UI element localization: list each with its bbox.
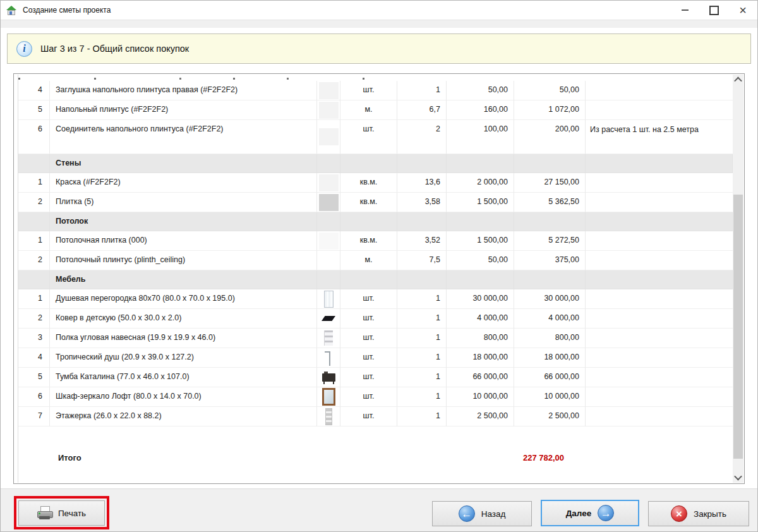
shower-icon [324, 350, 333, 366]
mirror-cabinet-icon [322, 388, 335, 406]
swatch-faint-icon [319, 233, 339, 250]
price-cell: 50,00 [447, 251, 514, 270]
unit-cell: м. [340, 251, 397, 270]
close-button[interactable]: × Закрыть [648, 501, 749, 526]
qty-cell: 1 [397, 348, 447, 368]
close-window-button[interactable]: × [728, 1, 757, 20]
total-row: Итого 227 782,00 [18, 447, 733, 468]
table-row[interactable]: 1Душевая перегородка 80х70 (80.0 x 70.0 … [18, 289, 733, 309]
unit-cell: шт. [340, 81, 397, 100]
sum-cell: 200,00 [514, 120, 586, 154]
printer-icon [37, 506, 52, 520]
item-name-cell: Тропический душ (20.9 x 39.0 x 127.2) [50, 348, 317, 368]
note-cell [586, 387, 733, 407]
price-cell: 1 500,00 [447, 231, 514, 251]
table-row[interactable]: 2Ковер в детскую (50.0 x 30.0 x 2.0)шт.1… [18, 309, 733, 329]
table-row[interactable]: 3Полка угловая навесная (19.9 x 19.9 x 4… [18, 329, 733, 348]
next-button-label: Далее [566, 509, 592, 518]
price-cell: 100,00 [447, 120, 514, 154]
thumb-cell [317, 368, 340, 387]
next-button[interactable]: Далее → [541, 500, 639, 526]
table-row[interactable]: 5Напольный плинтус (#F2F2F2)м.6,7160,001… [18, 100, 733, 120]
table-row[interactable]: 1Краска (#F2F2F2)кв.м.13,62 000,0027 150… [18, 173, 733, 193]
row-number-cell: 5 [18, 368, 50, 387]
price-cell [447, 212, 514, 231]
item-name-cell: Этажерка (26.0 x 22.0 x 88.2) [50, 407, 317, 426]
note-cell [586, 329, 733, 348]
note-cell [586, 309, 733, 329]
print-button[interactable]: Печать [18, 500, 105, 526]
thumb-cell [317, 81, 340, 100]
table-row[interactable]: 1Потолочная плитка (000)кв.м.3,521 500,0… [18, 231, 733, 251]
qty-cell: 1 [397, 368, 447, 387]
qty-cell: 2 [397, 120, 447, 154]
row-number-cell: 3 [18, 329, 50, 348]
price-cell: 50,00 [447, 81, 514, 100]
row-number-cell [18, 212, 50, 231]
note-cell [586, 368, 733, 387]
swatch-light-icon [319, 128, 339, 145]
row-number-cell: 4 [18, 81, 50, 100]
minimize-button[interactable] [670, 1, 699, 20]
section-header-row[interactable]: Стены [18, 154, 733, 173]
table-row[interactable]: 6Шкаф-зеркало Лофт (80.0 x 14.0 x 70.0)ш… [18, 387, 733, 407]
item-name-cell: Потолочный плинтус (plinth_ceiling) [50, 251, 317, 270]
sum-cell: 30 000,00 [514, 289, 586, 309]
chevron-down-icon [734, 473, 742, 481]
close-icon: × [739, 4, 747, 16]
note-cell [586, 348, 733, 368]
shopping-list-table: 4Заглушка напольного плинтуса правая (#F… [13, 73, 745, 484]
note-cell [586, 81, 733, 100]
table-row[interactable]: 7Этажерка (26.0 x 22.0 x 88.2)шт.12 500,… [18, 407, 733, 426]
qty-cell: 1 [397, 81, 447, 100]
section-header-row[interactable]: Потолок [18, 212, 733, 231]
price-cell: 160,00 [447, 100, 514, 120]
next-arrow-icon: → [598, 505, 614, 521]
table-row[interactable]: 4Заглушка напольного плинтуса правая (#F… [18, 81, 733, 100]
close-button-label: Закрыть [694, 509, 726, 519]
unit-cell: шт. [340, 368, 397, 387]
vertical-scrollbar[interactable] [733, 75, 743, 483]
unit-cell: кв.м. [340, 231, 397, 251]
price-cell [447, 270, 514, 289]
minimize-icon [682, 9, 689, 11]
sum-cell: 4 000,00 [514, 309, 586, 329]
table-row[interactable]: 2Плитка (5)кв.м.3,581 500,005 362,50 [18, 193, 733, 212]
table-filler [18, 426, 733, 447]
scrollbar-thumb[interactable] [733, 195, 743, 459]
scroll-down-button[interactable] [733, 472, 743, 483]
note-cell: Из расчета 1 шт. на 2.5 метра [586, 120, 733, 154]
section-header-row[interactable]: Мебель [18, 270, 733, 289]
price-cell: 2 500,00 [447, 407, 514, 426]
step-banner: i Шаг 3 из 7 - Общий список покупок [7, 33, 751, 64]
titlebar-separator [1, 20, 757, 28]
sum-cell [514, 212, 586, 231]
price-cell: 18 000,00 [447, 348, 514, 368]
table-row[interactable]: 5Тумба Каталина (77.0 x 46.0 x 107.0)шт.… [18, 368, 733, 387]
back-button[interactable]: ← Назад [432, 501, 532, 526]
qty-cell: 1 [397, 309, 447, 329]
app-window: { "window": { "title": "Создание сметы п… [0, 0, 758, 532]
info-icon: i [16, 41, 32, 57]
thumb-cell [317, 387, 340, 407]
qty-cell: 1 [397, 289, 447, 309]
row-number-cell: 1 [18, 231, 50, 251]
thumb-cell [317, 120, 340, 154]
item-name-cell: Душевая перегородка 80х70 (80.0 x 70.0 x… [50, 289, 317, 309]
scroll-up-button[interactable] [733, 75, 743, 85]
unit-cell: м. [340, 100, 397, 120]
item-name-cell: Потолочная плитка (000) [50, 231, 317, 251]
table-row[interactable]: 2Потолочный плинтус (plinth_ceiling)м.7,… [18, 251, 733, 270]
price-cell [447, 154, 514, 173]
unit-cell: кв.м. [340, 173, 397, 193]
table-row[interactable]: 4Тропический душ (20.9 x 39.0 x 127.2)шт… [18, 348, 733, 368]
price-cell: 2 000,00 [447, 173, 514, 193]
item-name-cell: Плитка (5) [50, 193, 317, 212]
sum-cell: 50,00 [514, 81, 586, 100]
unit-cell: шт. [340, 329, 397, 348]
window-title: Создание сметы проекта [23, 6, 111, 15]
row-number-cell: 6 [18, 387, 50, 407]
sum-cell: 5 362,50 [514, 193, 586, 212]
table-row[interactable]: 6Соединитель напольного плинтуса (#F2F2F… [18, 120, 733, 154]
maximize-button[interactable] [699, 1, 728, 20]
